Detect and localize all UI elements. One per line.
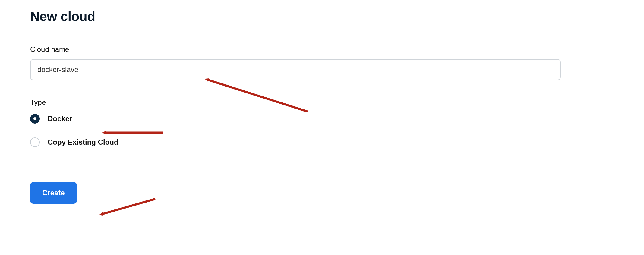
radio-icon — [30, 137, 40, 147]
type-field: Type Docker Copy Existing Cloud — [30, 98, 561, 147]
radio-option-copy-existing[interactable]: Copy Existing Cloud — [30, 137, 561, 147]
radio-label: Copy Existing Cloud — [48, 138, 118, 146]
radio-icon — [30, 114, 40, 124]
form-container: New cloud Cloud name Type Docker Copy Ex… — [30, 9, 561, 204]
cloud-name-field: Cloud name — [30, 45, 561, 80]
type-label: Type — [30, 98, 561, 107]
cloud-name-label: Cloud name — [30, 45, 561, 54]
type-radio-group: Docker Copy Existing Cloud — [30, 114, 561, 147]
radio-option-docker[interactable]: Docker — [30, 114, 561, 124]
page-title: New cloud — [30, 9, 561, 24]
radio-label: Docker — [48, 115, 72, 123]
create-button[interactable]: Create — [30, 182, 77, 204]
cloud-name-input[interactable] — [30, 59, 561, 80]
